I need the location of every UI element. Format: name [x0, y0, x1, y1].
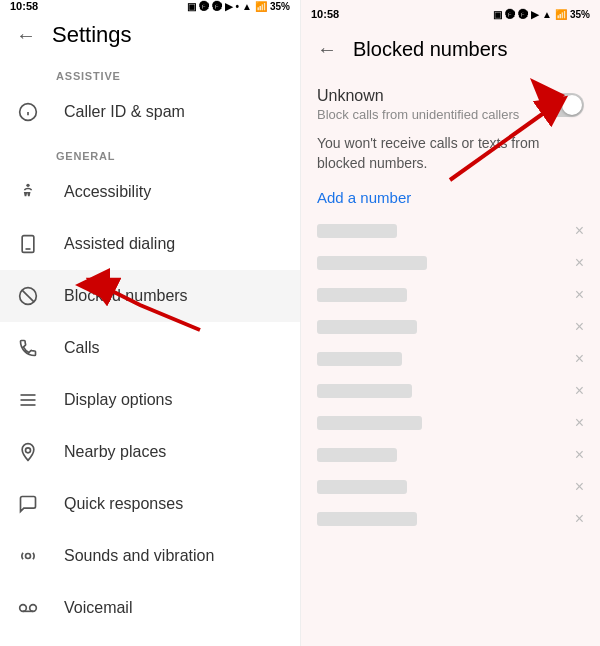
remove-number-button[interactable]: ×: [575, 254, 584, 272]
blocked-number-bar: [317, 512, 417, 526]
remove-number-button[interactable]: ×: [575, 318, 584, 336]
remove-number-button[interactable]: ×: [575, 222, 584, 240]
remove-number-button[interactable]: ×: [575, 382, 584, 400]
blocked-numbers-list: × × × × ×: [317, 222, 584, 528]
unknown-toggle-row: Unknown Block calls from unidentified ca…: [317, 87, 584, 122]
svg-point-11: [26, 448, 31, 453]
assisted-dialing-label: Assisted dialing: [64, 235, 175, 253]
nearby-places-label: Nearby places: [64, 443, 166, 461]
blocked-number-bar: [317, 448, 397, 462]
dialing-icon: [16, 232, 40, 256]
page-title-right: Blocked numbers: [353, 38, 508, 61]
remove-number-button[interactable]: ×: [575, 414, 584, 432]
sounds-icon: [16, 544, 40, 568]
section-label-assistive: ASSISTIVE: [0, 58, 300, 86]
time-right: 10:58: [311, 8, 339, 20]
remove-number-button[interactable]: ×: [575, 510, 584, 528]
status-bar-right: 10:58 ▣ 🅐 🅐 ▶ ▲ 📶 35%: [301, 0, 600, 28]
blocked-number-bar: [317, 480, 407, 494]
sidebar-item-caller-id[interactable]: Caller ID & spam: [0, 86, 300, 138]
sidebar-item-display-options[interactable]: Display options: [0, 374, 300, 426]
back-arrow-right[interactable]: ←: [317, 38, 337, 61]
blocked-number-row: ×: [317, 414, 584, 432]
sidebar-item-calls[interactable]: Calls: [0, 322, 300, 374]
sidebar-item-accessibility[interactable]: Accessibility: [0, 166, 300, 218]
time-left: 10:58: [10, 0, 38, 12]
blocked-number-row: ×: [317, 382, 584, 400]
remove-number-button[interactable]: ×: [575, 446, 584, 464]
info-text: You won't receive calls or texts from bl…: [317, 134, 584, 173]
voicemail-label: Voicemail: [64, 599, 132, 617]
blocked-number-bar: [317, 288, 407, 302]
unknown-label: Unknown: [317, 87, 519, 105]
add-number-button[interactable]: Add a number: [317, 189, 584, 206]
blocked-number-bar: [317, 384, 412, 398]
blocked-number-row: ×: [317, 318, 584, 336]
nearby-icon: [16, 440, 40, 464]
blocked-number-row: ×: [317, 446, 584, 464]
caller-id-label: Caller ID & spam: [64, 103, 185, 121]
sidebar-item-blocked-numbers[interactable]: Blocked numbers: [0, 270, 300, 322]
sounds-vibration-label: Sounds and vibration: [64, 547, 214, 565]
blocked-number-bar: [317, 352, 402, 366]
svg-point-14: [30, 605, 37, 612]
blocked-number-row: ×: [317, 222, 584, 240]
remove-number-button[interactable]: ×: [575, 478, 584, 496]
unknown-sub: Block calls from unidentified callers: [317, 107, 519, 122]
blocked-icon: [16, 284, 40, 308]
page-title-left: Settings: [52, 22, 132, 48]
section-label-advanced: ADVANCED: [0, 634, 300, 646]
sidebar-item-voicemail[interactable]: Voicemail: [0, 582, 300, 634]
blocked-number-row: ×: [317, 286, 584, 304]
accessibility-label: Accessibility: [64, 183, 151, 201]
blocked-number-bar: [317, 224, 397, 238]
unknown-info: Unknown Block calls from unidentified ca…: [317, 87, 519, 122]
sidebar-item-sounds-vibration[interactable]: Sounds and vibration: [0, 530, 300, 582]
calls-label: Calls: [64, 339, 100, 357]
svg-point-13: [20, 605, 27, 612]
sidebar-item-quick-responses[interactable]: Quick responses: [0, 478, 300, 530]
accessibility-icon: [16, 180, 40, 204]
info-icon: [16, 100, 40, 124]
blocked-number-row: ×: [317, 478, 584, 496]
remove-number-button[interactable]: ×: [575, 350, 584, 368]
display-icon: [16, 388, 40, 412]
svg-point-12: [26, 554, 31, 559]
blocked-number-bar: [317, 256, 427, 270]
section-label-general: GENERAL: [0, 138, 300, 166]
status-bar-left: 10:58 ▣ 🅐 🅐 ▶ • ▲ 📶 35%: [0, 0, 300, 12]
blocked-number-bar: [317, 416, 422, 430]
blocked-number-bar: [317, 320, 417, 334]
display-options-label: Display options: [64, 391, 173, 409]
status-icons-left: ▣ 🅐 🅐 ▶ • ▲ 📶 35%: [187, 1, 290, 12]
quick-responses-label: Quick responses: [64, 495, 183, 513]
back-arrow-left[interactable]: ←: [16, 24, 36, 47]
sidebar-item-assisted-dialing[interactable]: Assisted dialing: [0, 218, 300, 270]
blocked-number-row: ×: [317, 510, 584, 528]
quick-responses-icon: [16, 492, 40, 516]
sidebar-item-nearby-places[interactable]: Nearby places: [0, 426, 300, 478]
remove-number-button[interactable]: ×: [575, 286, 584, 304]
unknown-toggle[interactable]: [540, 93, 584, 117]
blocked-content: Unknown Block calls from unidentified ca…: [301, 71, 600, 646]
blocked-numbers-label: Blocked numbers: [64, 287, 188, 305]
settings-header: ← Settings: [0, 12, 300, 58]
svg-line-7: [22, 290, 34, 302]
svg-point-3: [26, 184, 29, 187]
voicemail-icon: [16, 596, 40, 620]
blocked-number-row: ×: [317, 254, 584, 272]
blocked-numbers-header: ← Blocked numbers: [301, 28, 600, 71]
status-icons-right: ▣ 🅐 🅐 ▶ ▲ 📶 35%: [493, 9, 590, 20]
calls-icon: [16, 336, 40, 360]
blocked-number-row: ×: [317, 350, 584, 368]
